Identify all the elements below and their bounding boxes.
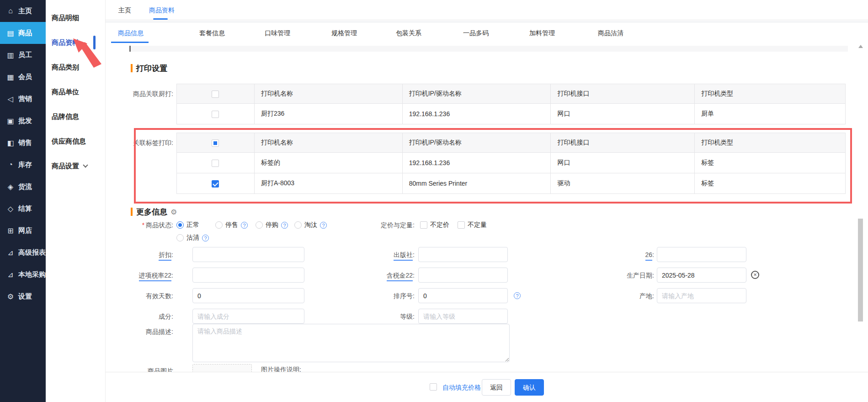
scrollbar-up-arrow-icon[interactable]	[858, 45, 863, 48]
printer-type-cell: 标签	[695, 153, 846, 173]
no-fixed-quantity-option[interactable]: 不定量	[458, 219, 487, 231]
valid-days-input[interactable]	[192, 288, 304, 303]
help-icon[interactable]: ?	[514, 292, 521, 299]
required-mark: *	[142, 221, 144, 229]
scrollbar-thumb[interactable]	[858, 219, 863, 322]
sidebar-item-local-purchase[interactable]: ⊿本地采购	[0, 263, 46, 285]
sidebar-item-label: 高级报表	[18, 248, 46, 257]
sidebar-item-member[interactable]: ▦会员	[0, 66, 46, 88]
back-button[interactable]: 返回	[482, 379, 511, 396]
sidebar-item-settlement[interactable]: ◇结算	[0, 198, 46, 220]
confirm-button[interactable]: 确认	[515, 379, 544, 396]
radio[interactable]	[215, 221, 223, 229]
tab-multi-barcode[interactable]: 一品多码	[463, 23, 489, 43]
radio-selected[interactable]	[176, 221, 184, 229]
checkbox[interactable]	[458, 221, 465, 229]
tab-topping-management[interactable]: 加料管理	[529, 23, 555, 43]
production-date-label: 生产日期:	[563, 271, 654, 279]
submenu-item-goods-category[interactable]: 商品类别	[46, 55, 105, 80]
row-checkbox[interactable]	[212, 160, 219, 167]
staff-icon: ▥	[5, 51, 16, 59]
section-gear-icon[interactable]: ⚙	[170, 208, 177, 216]
input-tax-rate-input[interactable]	[192, 268, 304, 283]
help-icon[interactable]: ?	[202, 235, 209, 241]
autofill-price-label[interactable]: 自动填充价格	[442, 384, 481, 392]
page-tab-goods-info[interactable]: 商品资料	[149, 0, 175, 20]
production-date-input[interactable]	[657, 268, 746, 283]
status-option-normal[interactable]: 正常	[176, 219, 199, 231]
tab-flavor-management[interactable]: 口味管理	[265, 23, 290, 43]
tab-combo-info[interactable]: 套餐信息	[199, 23, 225, 43]
no-fixed-price-option[interactable]: 不定价	[420, 219, 449, 231]
row-checkbox[interactable]	[212, 111, 219, 118]
sidebar-item-label: 批发	[18, 117, 32, 125]
select-all-checkbox[interactable]	[212, 91, 219, 98]
status-option-sellout[interactable]: 沽清?	[176, 232, 209, 244]
publisher-input[interactable]	[418, 247, 508, 262]
select-all-checkbox-indeterminate[interactable]	[212, 139, 219, 147]
tab-spec-management[interactable]: 规格管理	[331, 23, 357, 43]
tax-amount-input[interactable]	[418, 268, 508, 283]
sidebar-item-marketing[interactable]: ◁营销	[0, 88, 46, 110]
custom-26-input[interactable]	[657, 247, 746, 262]
submenu-item-brand-info[interactable]: 品牌信息	[46, 104, 105, 129]
submenu-item-goods-detail[interactable]: 商品明细	[46, 5, 105, 30]
sidebar-item-home[interactable]: ⌂主页	[0, 0, 46, 22]
main-content: 主页 商品资料 商品信息 套餐信息 口味管理 规格管理 包装关系 一品多码 加料…	[106, 0, 868, 402]
status-option-stop-purchase[interactable]: 停购?	[256, 219, 288, 231]
tab-goods-sellout[interactable]: 商品沽清	[598, 23, 623, 43]
submenu-item-goods-settings[interactable]: 商品设置	[46, 154, 105, 178]
sidebar-item-label: 主页	[18, 7, 32, 16]
submenu-item-label: 品牌信息	[52, 113, 79, 121]
printer-port-cell: 网口	[551, 104, 695, 124]
radio[interactable]	[294, 221, 302, 229]
ingredients-input[interactable]	[192, 309, 304, 324]
submenu-item-label: 商品单位	[52, 88, 79, 96]
grade-input[interactable]	[418, 309, 508, 324]
submenu-item-goods-info[interactable]: 商品资料	[46, 30, 105, 55]
footer-action-bar: 自动填充价格 返回 确认	[106, 372, 868, 402]
sidebar-item-wholesale[interactable]: ▣批发	[0, 110, 46, 132]
origin-input[interactable]	[657, 288, 746, 303]
status-option-stop-sale[interactable]: 停售?	[215, 219, 248, 231]
printer-type-cell: 厨单	[695, 104, 846, 124]
sort-number-input[interactable]	[418, 288, 508, 303]
discount-input[interactable]	[192, 247, 304, 262]
custom-26-label: 26:	[563, 251, 654, 259]
status-option-obsolete[interactable]: 淘汰?	[294, 219, 327, 231]
sidebar-item-settings[interactable]: ⚙设置	[0, 285, 46, 307]
submenu-item-supplier-info[interactable]: 供应商信息	[46, 129, 105, 154]
table-header-row: 打印机名称 打印机IP/驱动名称 打印机接口 打印机类型	[177, 133, 846, 153]
autofill-price-checkbox[interactable]	[430, 383, 437, 391]
sidebar-item-logistics[interactable]: ◈货流	[0, 176, 46, 198]
row-checkbox-checked[interactable]	[212, 180, 219, 188]
checkbox[interactable]	[420, 221, 427, 229]
table-header-row: 打印机名称 打印机IP/驱动名称 打印机接口 打印机类型	[177, 84, 846, 104]
tab-package-relation[interactable]: 包装关系	[396, 23, 421, 43]
sidebar-item-staff[interactable]: ▥员工	[0, 44, 46, 66]
sidebar-item-goods[interactable]: ▤商品	[0, 22, 46, 44]
label-print-label: 关联标签打印:	[106, 139, 173, 147]
sidebar-item-label: 结算	[18, 204, 32, 213]
radio[interactable]	[176, 234, 184, 241]
help-icon[interactable]: ?	[241, 222, 248, 229]
publisher-label: 出版社:	[325, 251, 415, 259]
printer-ip-cell: 192.168.1.236	[402, 104, 551, 124]
clear-date-icon[interactable]: ×	[751, 271, 759, 279]
sidebar-item-online-store[interactable]: ⊞网店	[0, 220, 46, 241]
column-header-printer-type: 打印机类型	[695, 84, 846, 104]
sidebar-item-inventory[interactable]: ◔库存	[0, 154, 46, 176]
radio[interactable]	[256, 221, 263, 229]
sidebar-item-label: 商品	[18, 29, 32, 38]
tab-goods-information[interactable]: 商品信息	[118, 23, 144, 43]
sidebar-item-advanced-reports[interactable]: ⊿高级报表	[0, 241, 46, 263]
description-textarea[interactable]	[192, 324, 510, 362]
active-tab-underline	[153, 18, 168, 20]
info-tabbar: 商品信息 套餐信息 口味管理 规格管理 包装关系 一品多码 加料管理 商品沽清	[106, 23, 868, 43]
submenu-item-goods-unit[interactable]: 商品单位	[46, 80, 105, 104]
inventory-pie-icon: ◔	[5, 161, 16, 169]
home-icon: ⌂	[5, 7, 16, 15]
help-icon[interactable]: ?	[281, 222, 288, 229]
sidebar-item-sales[interactable]: ◧销售	[0, 132, 46, 154]
page-tab-home[interactable]: 主页	[118, 0, 131, 20]
